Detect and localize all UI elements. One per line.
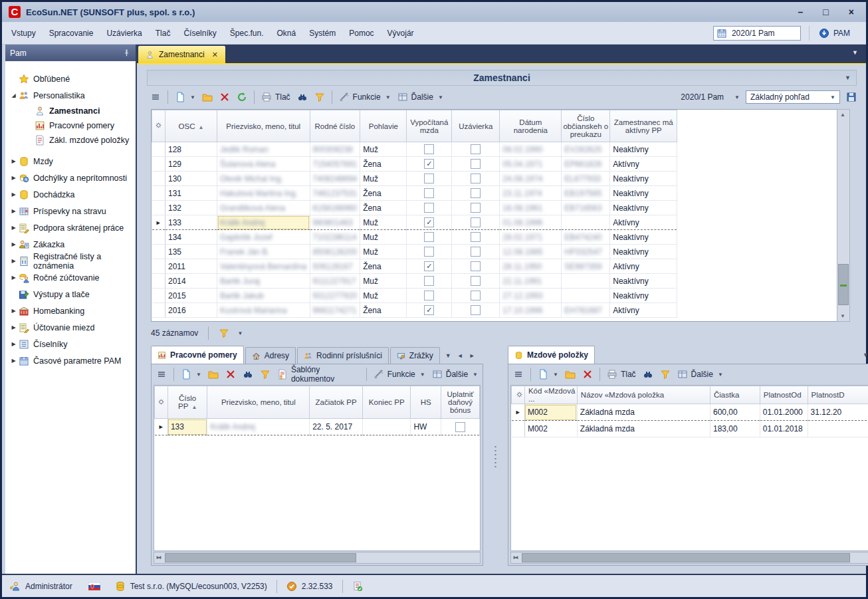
search-button[interactable] xyxy=(239,367,257,382)
expander-collapsed-icon[interactable]: ▶ xyxy=(9,225,18,231)
table-row[interactable]: 2015Bartik Jakub9312277920Muž27.12.1993N… xyxy=(152,289,829,303)
table-row[interactable]: 135Franek Ján B.8508128200Muž12.08.1985H… xyxy=(152,245,829,259)
grid-menu-button[interactable] xyxy=(153,367,170,382)
sidebar-item-pr-spevky-na-stravu[interactable]: ▶Príspevky na stravu xyxy=(5,203,136,219)
document-templates-button[interactable]: Šablóny dokumentov xyxy=(274,363,363,386)
cell-from[interactable]: 01.01.2000 xyxy=(760,404,808,421)
checkbox[interactable] xyxy=(424,232,434,242)
cell-hs[interactable]: HW xyxy=(411,419,441,435)
new-button[interactable]: ▼ xyxy=(177,367,205,382)
table-row[interactable]: ►133Králik Andrej960801463Muž✓01.08.1996… xyxy=(152,215,829,230)
grid-settings-button[interactable] xyxy=(152,110,165,142)
checkbox[interactable] xyxy=(471,232,481,242)
sidebar-item-homebanking[interactable]: ▶Homebanking xyxy=(5,302,136,319)
cell-dob[interactable]: 28.02.1971 xyxy=(500,230,562,245)
sidebar-item-v-stupy-a-tla-e[interactable]: Výstupy a tlače xyxy=(5,286,136,302)
view-selector[interactable]: Základný pohľad▼ xyxy=(746,90,840,104)
cell-amount[interactable]: 183,00 xyxy=(710,421,760,437)
scroll-right-icon[interactable]: ► xyxy=(154,552,162,562)
checkbox[interactable] xyxy=(471,159,481,169)
delete-button[interactable] xyxy=(216,90,233,104)
delete-button[interactable] xyxy=(579,367,596,382)
more-button[interactable]: Ďalšie▼ xyxy=(429,367,481,382)
cell-status[interactable]: Neaktívny xyxy=(610,230,677,245)
filter-icon[interactable] xyxy=(219,328,229,338)
cell-title[interactable]: Základná mzda xyxy=(577,421,710,437)
cell-rc[interactable]: 960801463 xyxy=(310,215,360,230)
grid-menu-button[interactable] xyxy=(147,90,164,104)
checkbox[interactable] xyxy=(424,203,434,213)
menu-okn[interactable]: Okná xyxy=(271,25,303,41)
cell-calc[interactable] xyxy=(407,245,452,259)
menu-spracovanie[interactable]: Spracovanie xyxy=(43,25,100,41)
expander-collapsed-icon[interactable]: ▶ xyxy=(9,275,18,281)
cell-status[interactable]: Neaktívny xyxy=(610,172,677,186)
scroll-right-icon[interactable]: ► xyxy=(511,552,519,562)
cell-name[interactable]: Olexik Michal Ing. xyxy=(217,172,310,186)
cell-name[interactable]: Franek Ján B. xyxy=(217,245,310,259)
sidebar-item-registra-n-listy-a-ozn-menia[interactable]: ▶Registračné listy a oznámenia xyxy=(5,253,136,269)
period-field[interactable]: 2020/1 Pam xyxy=(713,26,801,41)
cell-sex[interactable]: Žena xyxy=(360,303,407,318)
expander-collapsed-icon[interactable]: ▶ xyxy=(9,324,18,330)
cell-sex[interactable]: Žena xyxy=(360,157,407,172)
cell-sex[interactable]: Muž xyxy=(360,274,407,289)
checkbox[interactable] xyxy=(424,174,434,183)
cell-rc[interactable]: 9111227917 xyxy=(310,274,360,289)
cell-rc[interactable]: 9312277920 xyxy=(310,289,360,303)
cell-rc[interactable]: 6158166960 xyxy=(310,201,360,215)
cell-to[interactable] xyxy=(808,421,868,437)
cell-start[interactable]: 22. 5. 2017 xyxy=(310,419,363,435)
pam-button[interactable]: PAM xyxy=(809,26,857,41)
sidebar-item-tovanie-miezd[interactable]: ▶Účtovanie miezd xyxy=(5,319,136,336)
column-header-title[interactable]: Názov «Mzdová položka xyxy=(577,386,710,404)
panel-dropdown-icon[interactable]: ▼ xyxy=(863,352,868,358)
checkbox[interactable] xyxy=(424,276,434,286)
cell-rc[interactable]: 7102286114 xyxy=(310,230,360,245)
expander-collapsed-icon[interactable]: ▶ xyxy=(9,191,18,197)
sidebar-item-ob-ben[interactable]: Obľúbené xyxy=(5,70,136,87)
cell-status[interactable]: Neaktívny xyxy=(610,274,677,289)
cell-osc[interactable]: 134 xyxy=(165,230,217,245)
checkbox[interactable] xyxy=(455,422,465,432)
column-header-sex[interactable]: Pohlavie xyxy=(360,110,407,142)
table-row[interactable]: 2014Bartik Juraj9111227917Muž22.11.1991N… xyxy=(152,274,829,289)
cell-osc[interactable]: 130 xyxy=(165,172,217,186)
table-row[interactable]: 131Hakulová Martina Ing.7461237531Žena23… xyxy=(152,186,829,201)
new-button[interactable]: ▼ xyxy=(534,367,562,382)
cell-calc[interactable] xyxy=(407,172,452,186)
cell-code[interactable]: M002 xyxy=(524,404,577,421)
menu-tla[interactable]: Tlač xyxy=(149,25,177,41)
column-header-dob[interactable]: Dátum narodenia xyxy=(500,110,562,142)
table-row[interactable]: 129Šulanová Alena7154057691Žena✓05.04.19… xyxy=(152,157,829,172)
scrollbar-thumb[interactable] xyxy=(838,264,849,305)
cell-name[interactable]: Grandtiková Alena xyxy=(217,201,310,215)
table-row[interactable]: ►M002Základná mzda600,0001.01.200031.12.… xyxy=(512,404,868,421)
cell-name[interactable]: Kustrová Marianna xyxy=(217,303,310,318)
more-button[interactable]: Ďalšie▼ xyxy=(674,367,726,382)
cell-status[interactable]: Aktívny xyxy=(610,259,677,274)
sidebar-item-z-kazka[interactable]: ▶Zákazka xyxy=(5,236,136,253)
table-row[interactable]: 2016Kustrová Marianna9661174271Žena✓17.1… xyxy=(152,303,829,318)
table-row[interactable]: 132Grandtiková Alena6158166960Žena16.08.… xyxy=(152,201,829,215)
expander-collapsed-icon[interactable]: ▶ xyxy=(9,308,18,314)
cell-rc[interactable]: 900308238 xyxy=(310,142,360,157)
search-button[interactable] xyxy=(294,90,311,104)
cell-closed[interactable] xyxy=(452,201,500,215)
cell-dob[interactable]: 05.04.1971 xyxy=(500,157,562,172)
cell-idcard[interactable]: EB716563 xyxy=(562,201,610,215)
tab-scroll-left-icon[interactable]: ◄ xyxy=(457,352,463,359)
vertical-scrollbar[interactable]: ▲ ▼ xyxy=(837,109,850,322)
cell-calc[interactable]: ✓ xyxy=(407,303,452,318)
open-button[interactable] xyxy=(205,367,222,382)
sidebar-item-asov-parametre-pam[interactable]: ▶Časové parametre PAM xyxy=(5,352,136,369)
close-button[interactable]: × xyxy=(849,7,854,17)
cell-name[interactable]: Valentinyová Bernardína xyxy=(217,259,310,274)
cell-idcard[interactable]: EH781687 xyxy=(562,303,610,318)
cell-name[interactable]: Hakulová Martina Ing. xyxy=(217,186,310,201)
sidebar-item-zamestnanci[interactable]: Zamestnanci xyxy=(5,104,136,118)
cell-sex[interactable]: Žena xyxy=(360,186,407,201)
checkbox[interactable]: ✓ xyxy=(424,217,434,227)
sidebar-item-mzdy[interactable]: ▶Mzdy xyxy=(5,153,136,170)
cell-calc[interactable] xyxy=(407,186,452,201)
